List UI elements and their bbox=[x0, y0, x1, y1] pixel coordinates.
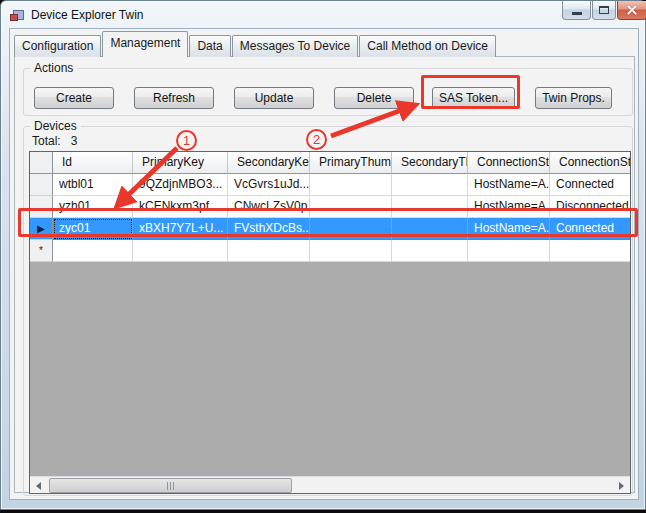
grid-cell[interactable]: HostName=A... bbox=[468, 218, 550, 240]
close-icon bbox=[626, 4, 638, 16]
grid-cell[interactable] bbox=[392, 218, 468, 240]
row-header[interactable] bbox=[30, 174, 53, 196]
title-bar: Device Explorer Twin bbox=[1, 1, 645, 28]
management-tab-panel: Actions Create Refresh Update Delete SAS… bbox=[14, 56, 635, 493]
column-header-secondarythumbprint[interactable]: SecondaryThumbprint bbox=[392, 152, 468, 174]
grid-cell[interactable]: wtbl01 bbox=[53, 174, 133, 196]
scroll-left-button[interactable] bbox=[30, 477, 47, 494]
table-row-wtbl01[interactable]: wtbl01 9QZdjnMBO3... VcGvrs1uJd... HostN… bbox=[30, 174, 630, 196]
sas-token-button[interactable]: SAS Token... bbox=[432, 87, 515, 109]
grid-cell[interactable] bbox=[133, 240, 228, 262]
update-button[interactable]: Update bbox=[234, 87, 314, 109]
devices-grid: Id PrimaryKey SecondaryKey PrimaryThumbp… bbox=[29, 151, 631, 494]
tab-management[interactable]: Management bbox=[102, 31, 188, 57]
total-label: Total: bbox=[32, 134, 61, 148]
grid-cell[interactable]: HostName=A... bbox=[468, 196, 550, 218]
column-header-primarythumbprint[interactable]: PrimaryThumbprint bbox=[310, 152, 392, 174]
horizontal-scrollbar[interactable] bbox=[30, 476, 630, 493]
app-window: Device Explorer Twin Configuration Manag… bbox=[0, 0, 646, 510]
grid-cell[interactable] bbox=[392, 196, 468, 218]
table-new-row[interactable]: * bbox=[30, 240, 630, 262]
row-header[interactable] bbox=[30, 196, 53, 218]
row-header-current-arrow[interactable]: ▶ bbox=[30, 218, 53, 240]
grid-cell[interactable] bbox=[53, 240, 133, 262]
grid-cell[interactable]: Connected bbox=[550, 218, 630, 240]
total-row: Total:3 bbox=[32, 134, 77, 148]
tab-data[interactable]: Data bbox=[189, 35, 230, 57]
minimize-icon bbox=[572, 12, 582, 15]
grid-cell[interactable] bbox=[310, 174, 392, 196]
grid-empty-area bbox=[30, 262, 630, 476]
grid-cell[interactable]: zyc01 bbox=[53, 218, 133, 240]
grid-cell[interactable]: FVsthXDcBs... bbox=[228, 218, 310, 240]
new-row-header-asterisk[interactable]: * bbox=[30, 240, 53, 262]
scroll-right-icon bbox=[619, 482, 624, 490]
grid-cell[interactable] bbox=[310, 196, 392, 218]
create-button[interactable]: Create bbox=[34, 87, 114, 109]
grid-header-row: Id PrimaryKey SecondaryKey PrimaryThumbp… bbox=[30, 152, 630, 174]
grid-cell[interactable]: Disconnected bbox=[550, 196, 630, 218]
grid-cell[interactable] bbox=[310, 240, 392, 262]
app-icon bbox=[9, 7, 25, 23]
grid-cell[interactable]: yzh01 bbox=[53, 196, 133, 218]
total-value: 3 bbox=[71, 134, 78, 148]
refresh-button[interactable]: Refresh bbox=[134, 87, 214, 109]
grid-cell[interactable] bbox=[310, 218, 392, 240]
grid-cell[interactable]: xBXH7Y7L+U... bbox=[133, 218, 228, 240]
tab-call-method-on-device[interactable]: Call Method on Device bbox=[359, 35, 496, 57]
window-controls bbox=[561, 1, 646, 20]
table-row-yzh01[interactable]: yzh01 kCENkxm3pf... CNwcLZsV0p... HostNa… bbox=[30, 196, 630, 218]
grid-cell[interactable] bbox=[468, 240, 550, 262]
column-header-id[interactable]: Id bbox=[53, 152, 133, 174]
tab-configuration[interactable]: Configuration bbox=[14, 35, 101, 57]
maximize-icon bbox=[599, 6, 609, 14]
minimize-button[interactable] bbox=[562, 1, 591, 20]
grid-cell[interactable]: VcGvrs1uJd... bbox=[228, 174, 310, 196]
scroll-right-button[interactable] bbox=[613, 477, 630, 494]
column-header-connectionstate[interactable]: ConnectionState bbox=[550, 152, 630, 174]
grid-cell[interactable] bbox=[392, 174, 468, 196]
tab-messages-to-device[interactable]: Messages To Device bbox=[232, 35, 359, 57]
grid-corner-cell[interactable] bbox=[30, 152, 53, 174]
grid-cell[interactable]: Connected bbox=[550, 174, 630, 196]
twin-props-button[interactable]: Twin Props. bbox=[535, 87, 612, 109]
grid-cell[interactable] bbox=[228, 240, 310, 262]
column-header-primarykey[interactable]: PrimaryKey bbox=[133, 152, 228, 174]
grid-cell[interactable] bbox=[392, 240, 468, 262]
tab-strip: Configuration Management Data Messages T… bbox=[14, 34, 497, 57]
delete-button[interactable]: Delete bbox=[334, 87, 414, 109]
actions-groupbox: Actions Create Refresh Update Delete SAS… bbox=[23, 68, 633, 116]
grid-cell[interactable]: kCENkxm3pf... bbox=[133, 196, 228, 218]
column-header-secondarykey[interactable]: SecondaryKey bbox=[228, 152, 310, 174]
maximize-button[interactable] bbox=[592, 1, 616, 20]
devices-groupbox: Devices Total:3 Id PrimaryKey SecondaryK… bbox=[23, 126, 633, 496]
scroll-left-icon bbox=[36, 482, 41, 490]
close-button[interactable] bbox=[617, 1, 646, 20]
grid-cell[interactable]: CNwcLZsV0p... bbox=[228, 196, 310, 218]
grid-cell[interactable] bbox=[550, 240, 630, 262]
actions-groupbox-label: Actions bbox=[30, 61, 77, 75]
scrollbar-grip-icon bbox=[167, 482, 175, 490]
app-icon-front-square bbox=[10, 14, 18, 21]
grid-cell[interactable]: 9QZdjnMBO3... bbox=[133, 174, 228, 196]
table-row-zyc01-selected[interactable]: ▶ zyc01 xBXH7Y7L+U... FVsthXDcBs... Host… bbox=[30, 218, 630, 240]
grid-cell[interactable]: HostName=A... bbox=[468, 174, 550, 196]
window-title: Device Explorer Twin bbox=[31, 8, 144, 22]
column-header-connectionstring[interactable]: ConnectionString bbox=[468, 152, 550, 174]
scrollbar-thumb[interactable] bbox=[49, 478, 292, 493]
devices-groupbox-label: Devices bbox=[30, 119, 81, 133]
client-area: Configuration Management Data Messages T… bbox=[9, 28, 639, 500]
